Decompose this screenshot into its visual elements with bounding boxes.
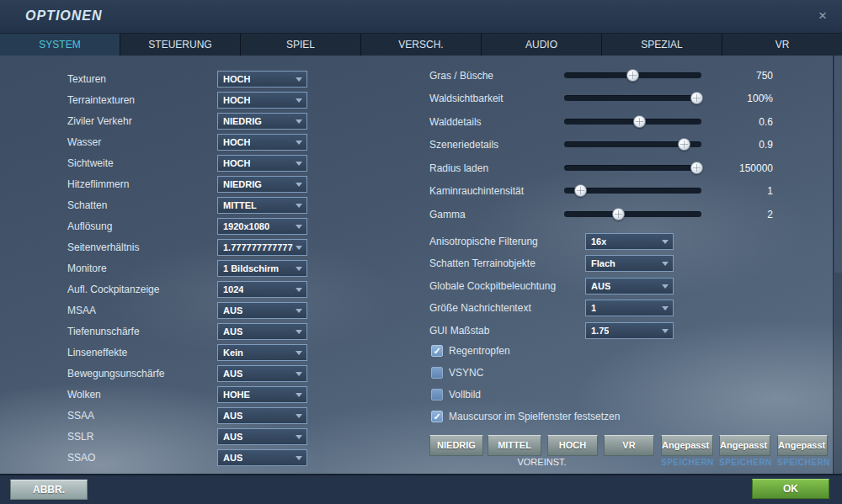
slider-thumb[interactable] [678, 138, 690, 151]
dropdown-terraintexturen[interactable]: HOCH [217, 92, 307, 109]
slider-thumb[interactable] [626, 69, 639, 82]
preset-button-angepasst-1[interactable]: Angepasst 1 [661, 435, 713, 456]
preset-button-angepasst-3[interactable]: Angepasst 3 [777, 435, 828, 456]
dropdown-wasser[interactable]: HOCH [217, 134, 307, 151]
cancel-button[interactable]: ABBR. [10, 480, 88, 500]
chevron-down-icon [296, 162, 302, 166]
tab-bar: SYSTEMSTEUERUNGSPIELVERSCH.AUDIOSPEZIALV… [0, 34, 842, 56]
option-label: GUI Maßstab [429, 322, 583, 339]
slider-thumb[interactable] [633, 115, 646, 128]
footer-bar: ABBR. OK [0, 475, 842, 504]
checkbox-regentropfen[interactable]: ✓ [431, 345, 443, 357]
slider-track-walddetails[interactable] [564, 119, 701, 125]
dropdown-msaa[interactable]: AUS [217, 302, 307, 319]
slider-track-gamma[interactable] [564, 211, 701, 217]
save-link[interactable]: SPEICHERN [719, 458, 770, 467]
chevron-down-icon [662, 284, 669, 289]
slider-thumb[interactable] [612, 208, 625, 220]
checkbox-mauscursor-im-spielfenster-festsetzen[interactable]: ✓ [431, 411, 443, 422]
slider-value: 150000 [697, 160, 773, 177]
tab-spezial[interactable]: SPEZIAL [602, 34, 722, 56]
slider-label: Walddetails [429, 114, 560, 130]
dropdown-gr-e-nachrichtentext[interactable]: 1 [585, 300, 674, 316]
chevron-down-icon [296, 77, 302, 82]
dropdown-ziviler-verkehr[interactable]: NIEDRIG [217, 113, 307, 130]
slider-track-waldsichtbarkeit[interactable] [564, 95, 701, 101]
close-icon[interactable]: × [815, 8, 830, 24]
dropdown-value: 1024 [223, 284, 243, 294]
dropdown-value: 1.75 [591, 326, 609, 336]
save-link[interactable]: SPEICHERN [777, 458, 828, 467]
dropdown-anisotropische-filterung[interactable]: 16x [585, 233, 674, 250]
scrollbar-thumb[interactable] [834, 56, 842, 273]
option-label: Linseneffekte [67, 344, 212, 361]
slider-track-szeneriedetails[interactable] [564, 141, 701, 147]
tab-spiel[interactable]: SPIEL [241, 34, 361, 56]
dropdown-value: AUS [223, 411, 242, 421]
option-label: Aufl. Cockpitanzeige [67, 281, 212, 298]
dropdown-schatten[interactable]: MITTEL [217, 197, 307, 214]
presets-group-label: VOREINST. [429, 457, 654, 467]
checkbox-vollbild[interactable] [431, 389, 443, 401]
dropdown-value: NIEDRIG [223, 179, 262, 189]
preset-button-angepasst-2[interactable]: Angepasst 2 [719, 435, 770, 456]
title-bar: OPTIONEN × [0, 0, 842, 34]
option-label: MSAA [67, 302, 212, 319]
checkbox-vsync[interactable] [431, 367, 443, 379]
dropdown-wolken[interactable]: HOHE [217, 386, 307, 403]
tab-steuerung[interactable]: STEUERUNG [120, 34, 241, 56]
dropdown-aufl-cockpitanzeige[interactable]: 1024 [217, 281, 307, 298]
slider-track-kaminrauchintensit-t[interactable] [564, 188, 701, 194]
option-label: Bewegungsunschärfe [67, 365, 212, 382]
option-label: Texturen [67, 71, 212, 88]
chevron-down-icon [296, 351, 302, 355]
tab-system[interactable]: SYSTEM [0, 34, 120, 56]
dropdown-monitore[interactable]: 1 Bildschirm [217, 260, 307, 277]
chevron-down-icon [296, 267, 302, 271]
preset-button-hoch[interactable]: HOCH [547, 435, 598, 456]
ok-button[interactable]: OK [752, 479, 829, 499]
dropdown-aufl-sung[interactable]: 1920x1080 [217, 218, 307, 235]
dropdown-linseneffekte[interactable]: Kein [217, 344, 307, 361]
dropdown-sslr[interactable]: AUS [217, 428, 307, 445]
dropdown-value: AUS [591, 281, 610, 291]
slider-track-gras-b-sche[interactable] [564, 72, 701, 78]
checkbox-label: Vollbild [449, 386, 481, 403]
dropdown-globale-cockpitbeleuchtung[interactable]: AUS [585, 278, 674, 294]
dropdown-schatten-terrainobjekte[interactable]: Flach [585, 255, 674, 272]
scrollbar-track[interactable] [833, 56, 842, 474]
tab-vr[interactable]: VR [722, 34, 842, 56]
preset-button-niedrig[interactable]: NIEDRIG [429, 435, 483, 456]
slider-track-radius-laden[interactable] [564, 165, 701, 171]
tab-versch[interactable]: VERSCH. [361, 34, 482, 56]
dropdown-sichtweite[interactable]: HOCH [217, 155, 307, 172]
dropdown-value: Flach [591, 258, 616, 268]
slider-value: 0.9 [697, 136, 773, 153]
preset-button-vr[interactable]: VR [604, 435, 654, 456]
dropdown-texturen[interactable]: HOCH [217, 71, 307, 88]
tab-audio[interactable]: AUDIO [482, 34, 602, 56]
dropdown-tiefenunsch-rfe[interactable]: AUS [217, 323, 307, 340]
preset-button-mittel[interactable]: MITTEL [488, 435, 541, 456]
option-label: Schatten Terrainobjekte [429, 255, 583, 272]
dropdown-value: HOCH [223, 95, 250, 105]
chevron-down-icon [662, 329, 669, 333]
chevron-down-icon [296, 456, 302, 460]
save-link[interactable]: SPEICHERN [661, 458, 713, 467]
dropdown-bewegungsunsch-rfe[interactable]: AUS [217, 365, 307, 382]
chevron-down-icon [296, 414, 302, 418]
checkbox-label: VSYNC [449, 364, 483, 381]
option-label: Wolken [67, 386, 212, 403]
chevron-down-icon [296, 141, 302, 145]
chevron-down-icon [296, 330, 302, 334]
dropdown-value: HOCH [223, 74, 250, 84]
dropdown-ssao[interactable]: AUS [217, 449, 307, 466]
slider-thumb[interactable] [574, 184, 587, 197]
chevron-down-icon [296, 288, 302, 292]
dropdown-ssaa[interactable]: AUS [217, 407, 307, 424]
chevron-down-icon [296, 98, 302, 103]
dropdown-gui-ma-stab[interactable]: 1.75 [585, 322, 674, 339]
dropdown-seitenverh-ltnis[interactable]: 1.7777777777778 [217, 239, 307, 256]
dropdown-hitzeflimmern[interactable]: NIEDRIG [217, 176, 307, 193]
chevron-down-icon [296, 183, 302, 187]
